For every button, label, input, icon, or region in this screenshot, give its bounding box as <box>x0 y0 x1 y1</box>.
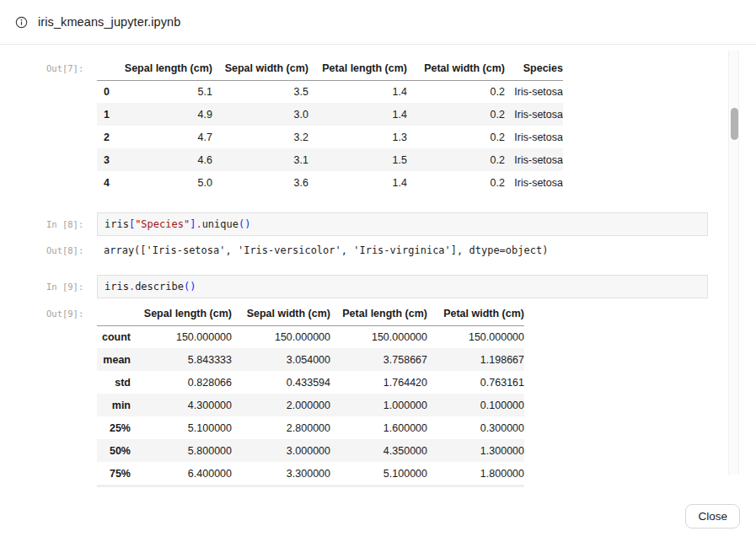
table-row: 45.03.61.40.2Iris-setosa <box>97 171 563 194</box>
scrollbar-thumb[interactable] <box>731 108 738 140</box>
notebook-preview: Out[7]: Sepal length (cm)Sepal width (cm… <box>0 45 756 493</box>
column-header: Petal length (cm) <box>330 303 427 325</box>
cell-value: 1.4 <box>308 171 407 194</box>
cell-value: 0.100000 <box>427 394 524 416</box>
table-row: 05.13.51.40.2Iris-setosa <box>97 80 563 103</box>
header-row: Sepal length (cm)Sepal width (cm)Petal l… <box>97 303 524 325</box>
output-prompt: Out[7]: <box>46 63 83 73</box>
cell-output-9: Out[9]: Sepal length (cm)Sepal width (cm… <box>46 303 756 487</box>
cell-value: 150.000000 <box>427 325 524 348</box>
cell-value: 1.300000 <box>427 439 524 462</box>
code-token: iris <box>105 281 129 292</box>
cell-value: 3.5 <box>212 80 308 103</box>
cell-value: 1.3 <box>308 126 407 148</box>
table-row: mean5.8433333.0540003.7586671.198667 <box>97 348 524 371</box>
input-prompt: In [9]: <box>46 282 83 292</box>
code-token: ( <box>239 218 244 230</box>
cell-value: 0.433594 <box>232 371 330 394</box>
cell-value: 0.828066 <box>131 371 232 394</box>
code-token: ] <box>190 218 196 230</box>
cell-value: 4.6 <box>110 148 212 171</box>
cell-value: 5.0 <box>110 171 212 194</box>
input-prompt: In [8]: <box>46 219 83 229</box>
cell-value: 4.7 <box>110 126 212 148</box>
cell-value: 5.100000 <box>330 462 427 485</box>
row-index: 75% <box>97 462 131 485</box>
file-preview-dialog: iris_kmeans_jupyter.ipynb Out[7]: Sepal … <box>0 0 756 542</box>
row-index: 3 <box>97 148 110 171</box>
row-index: min <box>97 394 131 416</box>
array-output-text: array(['Iris-setosa', 'Iris-versicolor',… <box>97 242 548 259</box>
cell-value: 1.800000 <box>427 462 524 485</box>
cell-value: 3.0 <box>212 103 308 126</box>
cell-value: 3.1 <box>212 148 308 171</box>
code-token: ( <box>184 281 190 292</box>
cell-value: 0.2 <box>407 103 505 126</box>
table-row: 25%5.1000002.8000001.6000000.300000 <box>97 416 524 439</box>
info-circle-icon[interactable] <box>15 16 28 29</box>
row-index: std <box>97 371 131 394</box>
cell-value: Iris-setosa <box>505 80 563 103</box>
cell-value: 2.800000 <box>232 416 330 439</box>
cell-value: 5.100000 <box>131 416 232 439</box>
header-row: Sepal length (cm)Sepal width (cm)Petal l… <box>97 57 563 80</box>
cell-value: 1.764420 <box>330 371 427 394</box>
row-index: mean <box>97 348 131 371</box>
code-token: ) <box>190 281 196 292</box>
cell-value: 6.400000 <box>131 462 232 485</box>
code-token: . <box>129 281 135 292</box>
row-index: 0 <box>97 80 110 103</box>
column-header: Petal width (cm) <box>427 303 524 325</box>
table-row: count150.000000150.000000150.000000150.0… <box>97 325 524 348</box>
cell-value: 3.758667 <box>330 348 427 371</box>
cell-value: Iris-setosa <box>505 171 563 194</box>
cell-value: 0.2 <box>407 126 505 148</box>
cell-value: Iris-setosa <box>505 148 563 171</box>
output-prompt: Out[9]: <box>46 309 83 319</box>
cell-value: 3.300000 <box>232 462 330 485</box>
row-index: 2 <box>97 126 110 148</box>
column-header: Petal length (cm) <box>308 57 407 80</box>
close-button[interactable]: Close <box>685 504 740 529</box>
table-row: 34.63.11.50.2Iris-setosa <box>97 148 563 171</box>
cell-value: 150.000000 <box>232 325 330 348</box>
scrollbar-track[interactable] <box>728 51 739 475</box>
output-prompt: Out[8]: <box>46 245 83 255</box>
cell-value: 0.763161 <box>427 371 524 394</box>
cell-value: 3.6 <box>212 171 308 194</box>
cell-value: 5.800000 <box>131 439 232 462</box>
cell-input-9: In [9]: iris.describe() <box>46 275 756 298</box>
cell-value: 0.2 <box>407 148 505 171</box>
cell-value: Iris-setosa <box>505 126 563 148</box>
row-index: count <box>97 325 131 348</box>
column-header: Petal width (cm) <box>407 57 505 80</box>
iris-head-table: Sepal length (cm)Sepal width (cm)Petal l… <box>97 57 563 194</box>
table-row: 14.93.01.40.2Iris-setosa <box>97 103 563 126</box>
code-cell: iris["Species"].unique() <box>97 212 708 236</box>
cell-value: 0.2 <box>407 171 505 194</box>
code-token: [ <box>129 218 135 230</box>
table-row: 50%5.8000003.0000004.3500001.300000 <box>97 439 524 462</box>
dialog-title: iris_kmeans_jupyter.ipynb <box>38 15 180 29</box>
column-header <box>97 57 110 80</box>
cell-output-8: Out[8]: array(['Iris-setosa', 'Iris-vers… <box>46 242 756 259</box>
code-token: "Species" <box>135 218 190 230</box>
cell-value: 5.1 <box>110 80 212 103</box>
cell-value: 5.843333 <box>131 348 232 371</box>
cell-value: 1.5 <box>308 148 407 171</box>
code-token: iris <box>105 218 129 230</box>
cell-value: 3.000000 <box>232 439 330 462</box>
column-header <box>97 303 131 325</box>
cell-value: 3.2 <box>212 126 308 148</box>
code-token: describe <box>135 281 184 292</box>
column-header: Sepal length (cm) <box>131 303 232 325</box>
cell-value: 150.000000 <box>131 325 232 348</box>
cell-value: 4.9 <box>110 103 212 126</box>
table-row: 75%6.4000003.3000005.1000001.800000 <box>97 462 524 485</box>
iris-describe-table: Sepal length (cm)Sepal width (cm)Petal l… <box>97 303 524 485</box>
cell-value: 0.300000 <box>427 416 524 439</box>
column-header: Sepal length (cm) <box>110 57 212 80</box>
code-token: . <box>196 218 201 230</box>
row-index: 1 <box>97 103 110 126</box>
cell-value: 4.300000 <box>131 394 232 416</box>
